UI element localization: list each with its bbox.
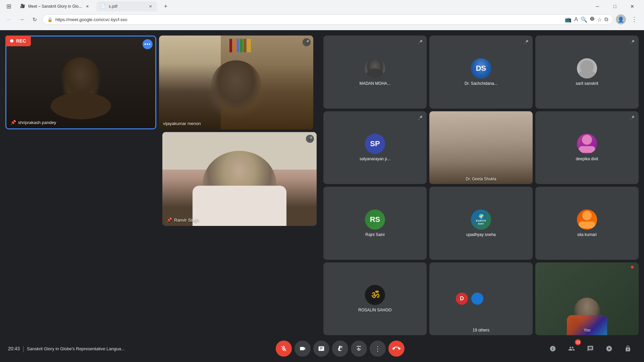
- tile-you: You: [535, 262, 639, 336]
- pin-icon-ranvir: 📌: [166, 217, 172, 223]
- tile-satyanarayan: 🎤 SP satyanarayan p...: [323, 111, 427, 184]
- raise-hand-button[interactable]: [332, 341, 348, 357]
- counter-icon[interactable]: ⓬: [590, 16, 594, 23]
- tile-sachchidana: 🎤 DS Dr. Sachchidana...: [429, 36, 533, 109]
- others-container: D 👤: [429, 262, 533, 336]
- madan-mute: 🎤: [416, 38, 424, 46]
- forward-button[interactable]: →: [17, 14, 27, 24]
- shriprakash-name-label: 📌 shriprakash pandey: [10, 120, 56, 125]
- tile-deepika: 🎤 deepika dixit: [535, 111, 639, 184]
- tab-pdf[interactable]: 📄 s.pdf ✕: [97, 1, 157, 11]
- more-options-button[interactable]: ⋮: [370, 341, 386, 357]
- deepika-name: deepika dixit: [573, 157, 601, 161]
- new-tab-button[interactable]: +: [161, 2, 170, 11]
- tile-rajni: RS Rajni Saini: [323, 187, 427, 260]
- toolbar-center: ⋮: [138, 341, 542, 357]
- profile-avatar[interactable]: 👤: [616, 14, 626, 24]
- bottom-toolbar: 20:43 | Sanskrit Glory in Globe's Repres…: [0, 335, 644, 362]
- meet-app: REC ••• 📌 shrip: [0, 30, 644, 362]
- tile-upadhyay: 🌍 EARTHDAY upadhyay sneha: [429, 187, 533, 260]
- pdf-tab-title: s.pdf: [109, 4, 145, 9]
- sita-avatar: [577, 209, 597, 230]
- tile-sita: sita kumari: [535, 187, 639, 260]
- maximize-button[interactable]: □: [607, 1, 623, 12]
- sarit-mute: 🎤: [628, 38, 636, 46]
- deepika-avatar: [577, 134, 597, 154]
- meet-tab-title: Meet – Sanskrit Glory in Glo...: [28, 4, 82, 9]
- vijay-name-label: vijayakumar menon: [163, 121, 201, 126]
- tile-geeta: 🎤 Dr. Geeta Shukla: [429, 111, 533, 184]
- upadhyay-avatar: 🌍 EARTHDAY: [471, 209, 491, 230]
- deepika-mute: 🎤: [628, 114, 636, 122]
- pdf-tab-close[interactable]: ✕: [148, 4, 153, 9]
- url-bar-icons: 📺 A 🔍 ⓬ ☆ ⧉: [565, 16, 608, 23]
- sachchidana-name: Dr. Sachchidana...: [462, 81, 500, 86]
- title-bar: ⊞ 🎥 Meet – Sanskrit Glory in Glo... ✕ 📄 …: [0, 0, 644, 13]
- rajni-avatar: RS: [365, 209, 385, 230]
- mute-button[interactable]: [276, 341, 292, 357]
- vijay-video: [159, 36, 313, 129]
- video-grid: ••• 📌 shriprakash pandey: [0, 30, 644, 335]
- lock-button[interactable]: [620, 341, 636, 357]
- browser-menu-button[interactable]: ⋮: [629, 14, 640, 24]
- divider: |: [22, 345, 24, 353]
- left-videos: ••• 📌 shriprakash pandey: [5, 36, 321, 335]
- upadhyay-name: upadhyay sneha: [464, 232, 498, 237]
- info-button[interactable]: [545, 341, 561, 357]
- meeting-title: Sanskrit Glory in Globe's Representative…: [27, 346, 125, 351]
- people-button[interactable]: 33: [564, 341, 580, 357]
- tile-madan: 🎤 MADAN MOHA...: [323, 36, 427, 109]
- sarit-name: sarit sanskrit: [573, 81, 601, 86]
- people-count: 33: [575, 339, 581, 345]
- refresh-button[interactable]: ↻: [30, 14, 40, 24]
- others-name: 19 others: [429, 328, 533, 333]
- ranvir-mute-icon: 🎤: [306, 135, 314, 143]
- search-icon[interactable]: 🔍: [581, 16, 587, 23]
- meet-tab-close[interactable]: ✕: [85, 4, 90, 9]
- ranvir-name-label: 📌 Ranvir Singh: [166, 217, 199, 223]
- tile-ranvir: 🎤 📌 Ranvir Singh: [162, 132, 317, 226]
- back-button[interactable]: ←: [4, 14, 14, 24]
- activities-button[interactable]: [601, 341, 617, 357]
- browser-chrome: ⊞ 🎥 Meet – Sanskrit Glory in Glo... ✕ 📄 …: [0, 0, 644, 30]
- tile-sarit: 🎤 sarit sanskrit: [535, 36, 639, 109]
- satyanarayan-mute: 🎤: [416, 114, 424, 122]
- extensions-icon[interactable]: ⧉: [604, 16, 608, 23]
- shriprakash-more-button[interactable]: •••: [143, 39, 153, 49]
- rosalin-name: ROSALIN SAHOO: [356, 308, 394, 312]
- close-button[interactable]: ✕: [625, 1, 640, 12]
- chat-button[interactable]: [582, 341, 598, 357]
- sidebar-toggle[interactable]: ⊞: [4, 2, 13, 11]
- pdf-favicon: 📄: [101, 4, 106, 9]
- end-call-button[interactable]: [385, 337, 408, 360]
- camera-button[interactable]: [294, 341, 311, 357]
- meet-favicon: 🎥: [20, 4, 25, 9]
- star-icon[interactable]: ☆: [597, 16, 602, 23]
- cast-icon[interactable]: 📺: [565, 16, 572, 23]
- rec-button[interactable]: REC: [5, 36, 31, 46]
- tab-meet[interactable]: 🎥 Meet – Sanskrit Glory in Glo... ✕: [16, 1, 94, 11]
- url-bar[interactable]: 🔒 https://meet.google.com/cvc-bycf-sxo 📺…: [42, 14, 613, 24]
- bottom-video-row: 🎤 📌 Ranvir Singh: [5, 132, 321, 226]
- geeta-video-bg: [429, 111, 533, 184]
- others-avatar-2: 👤: [471, 292, 484, 305]
- present-button[interactable]: [351, 341, 367, 357]
- meeting-time: 20:43: [8, 346, 20, 351]
- madan-name: MADAN MOHA...: [357, 81, 393, 86]
- right-tiles-grid: 🎤 MADAN MOHA... 🎤 DS Dr. Sachchidana...: [323, 36, 639, 335]
- rec-label: REC: [16, 38, 26, 44]
- tile-shriprakash: ••• 📌 shriprakash pandey: [5, 36, 156, 129]
- translate-icon[interactable]: A: [574, 16, 578, 23]
- minimize-button[interactable]: ─: [590, 1, 605, 12]
- toolbar-right: 33: [545, 341, 636, 357]
- time-info: 20:43 | Sanskrit Glory in Globe's Repres…: [8, 345, 136, 353]
- others-avatar-1: D: [455, 292, 469, 305]
- tile-19-others: D 👤 19 others: [429, 262, 533, 336]
- window-controls: ─ □ ✕: [590, 1, 640, 12]
- address-bar: ← → ↻ 🔒 https://meet.google.com/cvc-bycf…: [0, 13, 644, 26]
- rajni-name: Rajni Saini: [363, 232, 387, 237]
- pin-icon: 📌: [10, 120, 16, 125]
- captions-button[interactable]: [313, 341, 329, 357]
- madan-avatar: [365, 58, 385, 78]
- sachchidana-avatar: DS: [471, 58, 491, 78]
